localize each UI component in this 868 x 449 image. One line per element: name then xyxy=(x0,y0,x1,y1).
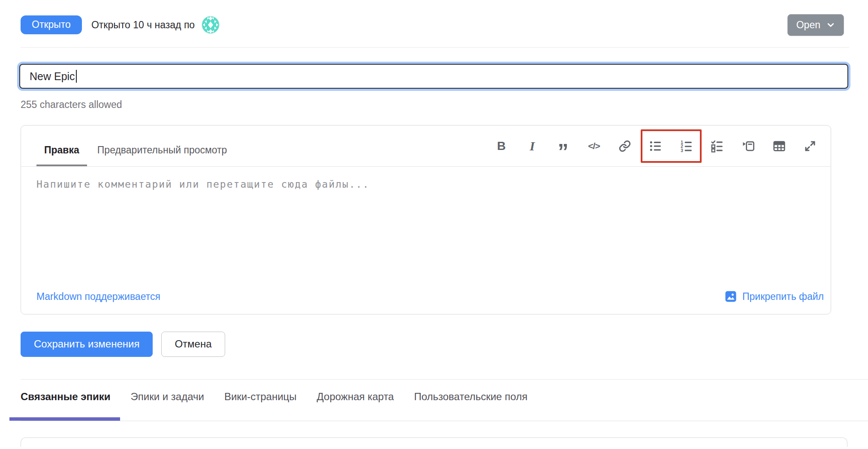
state-dropdown-label: Open xyxy=(796,19,820,31)
text-caret xyxy=(76,70,77,83)
quote-button[interactable]: ” xyxy=(553,136,573,156)
tab-roadmap[interactable]: Дорожная карта xyxy=(317,391,394,421)
identicon xyxy=(202,16,219,33)
epic-title-input[interactable]: New Epic xyxy=(19,64,848,89)
tab-preview[interactable]: Предварительный просмотр xyxy=(97,144,227,166)
bold-icon: B xyxy=(497,139,506,153)
opened-meta-text: Открыто 10 ч назад по xyxy=(91,19,195,31)
fullscreen-button[interactable] xyxy=(800,136,820,156)
numbered-list-button[interactable]: 1 2 3 xyxy=(677,136,696,156)
table-icon xyxy=(773,140,786,153)
editor-tabs: Правка Предварительный просмотр xyxy=(44,126,227,166)
task-list-icon xyxy=(711,140,724,153)
cancel-button[interactable]: Отмена xyxy=(161,332,225,357)
numbered-list-icon: 1 2 3 xyxy=(680,140,693,153)
tab-wiki-pages[interactable]: Вики-страницы xyxy=(224,391,297,421)
italic-button[interactable]: I xyxy=(522,136,542,156)
editor-header: Правка Предварительный просмотр B I ” </… xyxy=(21,126,831,167)
tab-write[interactable]: Правка xyxy=(44,144,79,166)
bulleted-list-button[interactable] xyxy=(646,136,666,156)
italic-icon: I xyxy=(530,139,535,153)
collapsible-section-button[interactable] xyxy=(738,136,758,156)
task-list-button[interactable] xyxy=(708,136,727,156)
red-highlight-box: 1 2 3 xyxy=(641,129,702,163)
state-dropdown-button[interactable]: Open xyxy=(787,14,844,36)
status-badge: Открыто xyxy=(21,15,82,34)
code-button[interactable]: </> xyxy=(584,136,604,156)
link-icon xyxy=(618,140,631,153)
table-button[interactable] xyxy=(769,136,789,156)
chevron-down-icon xyxy=(826,21,835,29)
code-icon: </> xyxy=(588,141,600,151)
bold-button[interactable]: B xyxy=(491,136,511,156)
description-editor: Правка Предварительный просмотр B I ” </… xyxy=(21,125,831,314)
tab-epics-and-issues[interactable]: Эпики и задачи xyxy=(131,391,204,421)
related-content-card xyxy=(21,437,847,447)
title-hint: 255 characters allowed xyxy=(21,99,868,111)
save-button[interactable]: Сохранить изменения xyxy=(21,332,153,357)
attach-file-label: Прикрепить файл xyxy=(742,291,824,302)
fullscreen-icon xyxy=(804,140,817,153)
epic-title-value: New Epic xyxy=(30,70,75,83)
markdown-supported-link[interactable]: Markdown поддерживается xyxy=(36,291,160,302)
form-actions: Сохранить изменения Отмена xyxy=(21,332,868,357)
image-attachment-icon xyxy=(724,290,737,303)
editor-toolbar: B I ” </> xyxy=(491,129,820,163)
textarea-placeholder: Напишите комментарий или перетащите сюда… xyxy=(36,179,370,190)
header-divider xyxy=(21,47,849,48)
tab-custom-fields[interactable]: Пользовательские поля xyxy=(414,391,527,421)
collapsible-section-icon xyxy=(742,140,755,153)
link-button[interactable] xyxy=(615,136,635,156)
tab-linked-epics[interactable]: Связанные эпики xyxy=(21,391,111,421)
description-textarea[interactable]: Напишите комментарий или перетащите сюда… xyxy=(21,167,831,290)
bulleted-list-icon xyxy=(649,140,662,153)
svg-text:3: 3 xyxy=(681,148,683,152)
author-avatar[interactable] xyxy=(202,16,220,34)
editor-footer: Markdown поддерживается Прикрепить файл xyxy=(21,290,831,314)
attach-file-button[interactable]: Прикрепить файл xyxy=(724,290,824,303)
epic-header: Открыто Открыто 10 ч назад по Open xyxy=(0,0,868,37)
related-tabs: Связанные эпики Эпики и задачи Вики-стра… xyxy=(21,380,868,421)
